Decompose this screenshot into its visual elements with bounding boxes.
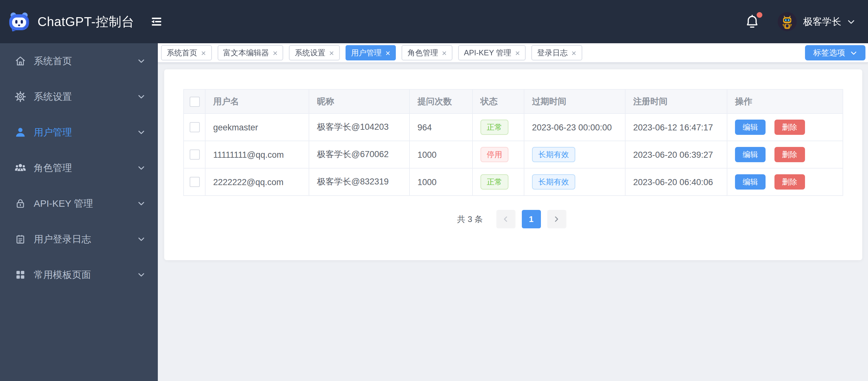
sidebar-item-label: 系统设置 [34,91,72,103]
sidebar-item-label: 用户登录日志 [34,233,91,245]
chevron-down-icon [137,57,145,65]
close-icon[interactable]: × [201,49,206,57]
table-body: geekmaster 极客学长@104203 964 正常 2023-06-23… [184,114,843,196]
next-page-button[interactable] [547,210,566,228]
row-checkbox[interactable] [189,177,199,187]
expire-badge: 长期有效 [532,147,575,162]
tab-label: 登录日志 [537,47,568,58]
tab[interactable]: 系统首页 × [161,45,212,60]
column-header: 过期时间 [524,89,625,114]
sidebar-item[interactable]: 系统首页 [0,43,158,79]
cell-actions: 编辑 删除 [727,141,843,168]
sidebar-item[interactable]: 系统设置 [0,79,158,115]
sidebar-item[interactable]: 角色管理 [0,150,158,186]
menu-fold-icon[interactable] [150,14,163,29]
sidebar-item-label: API-KEY 管理 [34,197,93,210]
delete-button[interactable]: 删除 [774,174,805,190]
edit-button[interactable]: 编辑 [735,174,766,190]
expire-badge: 长期有效 [532,174,575,190]
chevron-down-icon [850,49,857,56]
peoples-icon [14,162,27,174]
cell-expire-time: 2023-06-23 00:00:00 [524,114,625,141]
edit-button[interactable]: 编辑 [735,120,766,135]
tab-label: 系统设置 [294,47,325,58]
tab[interactable]: 角色管理 × [402,45,453,60]
gear-icon [14,90,27,103]
user-name[interactable]: 极客学长 [803,15,841,28]
row-checkbox[interactable] [189,150,199,160]
select-all-checkbox[interactable] [189,96,199,106]
user-icon [14,126,27,139]
notification-badge [757,12,762,18]
chevron-down-icon [137,271,145,279]
status-badge: 正常 [480,120,508,135]
cell-question-count: 1000 [409,141,472,168]
sidebar-item[interactable]: API-KEY 管理 [0,186,158,221]
page-number-button[interactable]: 1 [522,210,540,228]
delete-button[interactable]: 删除 [774,147,805,162]
sidebar-item[interactable]: 常用模板页面 [0,257,158,293]
column-header: 注册时间 [625,89,727,114]
cell-nickname: 极客学长@832319 [309,168,409,196]
cell-question-count: 964 [409,114,472,141]
tab[interactable]: 富文本编辑器 × [217,45,283,60]
cell-register-time: 2023-06-20 06:39:27 [625,141,727,168]
table-row: 2222222@qq.com 极客学长@832319 1000 正常 长期有效 … [184,168,843,196]
tab[interactable]: API-KEY 管理 × [458,45,526,60]
pagination-total: 共 3 条 [457,213,483,225]
notification-bell-icon[interactable] [745,13,760,30]
close-icon[interactable]: × [273,49,277,57]
chevron-down-icon [137,93,145,100]
column-header: 状态 [472,89,524,114]
tab-label: 富文本编辑器 [223,47,269,58]
tab-label: 角色管理 [408,47,438,58]
avatar[interactable] [778,12,797,31]
app-window: ChatGPT-控制台 [0,0,868,381]
tag-options-button[interactable]: 标签选项 [805,45,865,60]
close-icon[interactable]: × [385,49,391,57]
pagination: 共 3 条 1 [183,210,843,228]
close-icon[interactable]: × [571,49,576,57]
chevron-down-icon [137,200,145,208]
sidebar-item-label: 角色管理 [34,162,72,174]
sidebar-menu: 系统首页 系统设置 用户管理 角色管理 [0,43,158,293]
status-badge: 停用 [480,147,508,162]
close-icon[interactable]: × [442,49,447,57]
column-header: 提问次数 [409,89,472,114]
column-header: 昵称 [309,89,409,114]
main-content: 用户名昵称提问次数状态过期时间注册时间操作 geekmaster 极客学长@10… [158,63,868,381]
table-row: 11111111@qq.com 极客学长@670062 1000 停用 长期有效… [184,141,843,168]
status-badge: 正常 [480,174,508,190]
sidebar-item[interactable]: 用户登录日志 [0,221,158,257]
top-bar-right: 极客学长 [745,12,855,31]
user-table: 用户名昵称提问次数状态过期时间注册时间操作 geekmaster 极客学长@10… [183,89,843,196]
chevron-left-icon [502,216,509,223]
tab[interactable]: 登录日志 × [531,45,582,60]
app-logo-icon [8,10,31,33]
cell-username: geekmaster [205,114,309,141]
row-checkbox[interactable] [189,122,199,132]
tabs-container: 系统首页 × 富文本编辑器 × 系统设置 × 用户管理 × 角色管理 × API… [161,45,588,60]
sidebar: 系统首页 系统设置 用户管理 角色管理 [0,43,158,381]
prev-page-button[interactable] [496,210,515,228]
close-icon[interactable]: × [515,49,520,57]
delete-button[interactable]: 删除 [774,120,805,135]
edit-button[interactable]: 编辑 [735,147,766,162]
column-header: 操作 [727,89,843,114]
tab[interactable]: 系统设置 × [289,45,340,60]
close-icon[interactable]: × [329,49,334,57]
chevron-right-icon [553,216,560,223]
cell-actions: 编辑 删除 [727,168,843,196]
tags-bar: 系统首页 × 富文本编辑器 × 系统设置 × 用户管理 × 角色管理 × API… [158,43,868,63]
top-bar: ChatGPT-控制台 [0,0,868,43]
lock-icon [14,197,27,210]
tab[interactable]: 用户管理 × [345,45,396,60]
tab-label: API-KEY 管理 [464,47,511,58]
cell-status: 正常 [472,114,524,141]
cell-question-count: 1000 [409,168,472,196]
cell-nickname: 极客学长@670062 [309,141,409,168]
cell-username: 2222222@qq.com [205,168,309,196]
sidebar-item[interactable]: 用户管理 [0,115,158,150]
cell-status: 正常 [472,168,524,196]
cell-expire-time: 长期有效 [524,168,625,196]
